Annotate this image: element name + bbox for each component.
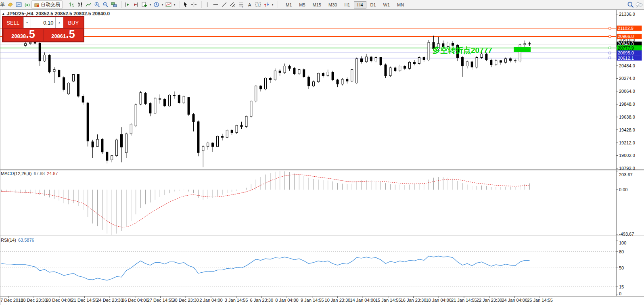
search-icon[interactable]: [626, 1, 635, 8]
candle: [298, 70, 300, 74]
timeframe-w1[interactable]: W1: [380, 1, 393, 8]
time-label: 24 Jan 04:00: [502, 298, 527, 303]
line-handle[interactable]: [609, 52, 611, 54]
line-handle[interactable]: [609, 47, 611, 49]
candle: [245, 116, 247, 127]
arrows-dropdown-caret[interactable]: ▾: [271, 3, 274, 6]
volume-increase-button[interactable]: ▴: [56, 17, 63, 28]
candle: [58, 70, 60, 77]
new-order-button-partial[interactable]: 单: [0, 1, 6, 8]
candle: [399, 66, 401, 71]
timeframe-h1[interactable]: H1: [341, 1, 353, 8]
candle: [68, 83, 70, 94]
timeframe-m1[interactable]: M1: [282, 1, 295, 8]
timeframe-mn[interactable]: MN: [394, 1, 407, 8]
sell-price-button[interactable]: 20838 .5: [4, 29, 43, 41]
candle: [188, 98, 190, 115]
axis-tick-label: 20064.0: [619, 89, 635, 94]
axis-tick-label: 20274.0: [619, 76, 635, 81]
candlestick-type-icon[interactable]: [76, 1, 84, 8]
candle: [428, 42, 430, 60]
sell-button[interactable]: SELL: [3, 17, 23, 28]
axis-tick-label: 20484.0: [619, 63, 635, 68]
time-label: 21 Jan 14:55: [451, 298, 477, 303]
period-dropdown-caret[interactable]: ▾: [161, 3, 164, 6]
candle: [255, 86, 257, 101]
volume-input[interactable]: [31, 17, 56, 28]
candle: [82, 96, 84, 102]
period-clock-icon[interactable]: [152, 1, 161, 8]
candle: [73, 75, 75, 81]
new-order-dropdown-caret[interactable]: ▾: [148, 3, 152, 6]
line-handle[interactable]: [609, 57, 611, 59]
candle: [385, 65, 387, 76]
indicators-icon[interactable]: [164, 1, 173, 8]
line-chart-type-icon[interactable]: [84, 1, 93, 8]
candle: [197, 122, 199, 153]
toolbar-separator: [177, 1, 180, 8]
line-handle[interactable]: [609, 27, 611, 29]
candle: [202, 146, 204, 151]
zoom-in-icon[interactable]: [93, 1, 101, 8]
buy-button[interactable]: BUY: [63, 17, 84, 28]
signals-icon[interactable]: [23, 1, 31, 8]
axis-tick-label: 50: [619, 265, 624, 270]
zoom-out-icon[interactable]: [101, 1, 110, 8]
fibonacci-icon[interactable]: F: [237, 1, 245, 8]
auto-scroll-icon[interactable]: [132, 1, 140, 8]
timeframe-h4[interactable]: H4: [354, 1, 366, 8]
chart-title: ▴ JPN225-,H4 20852.5 20852.5 20802.5 208…: [2, 11, 110, 17]
volume-decrease-button[interactable]: ▾: [23, 17, 31, 28]
candle: [346, 79, 348, 81]
arrows-icon[interactable]: [262, 1, 271, 8]
axis-tick-label: -493.67: [619, 232, 634, 236]
text-label-icon[interactable]: T: [254, 1, 262, 8]
candle: [495, 61, 497, 65]
price-tag-label: 20612.1: [618, 56, 634, 61]
candle: [322, 73, 324, 76]
timeframe-m15[interactable]: M15: [309, 1, 324, 8]
candle: [279, 71, 281, 73]
new-order-icon[interactable]: [140, 1, 148, 8]
buy-price-button[interactable]: 20861 .5: [44, 29, 83, 41]
candle: [48, 55, 50, 72]
candle: [154, 98, 156, 113]
candle: [250, 101, 252, 117]
crosshair-icon[interactable]: [190, 1, 198, 8]
autotrading-button[interactable]: 自动交易: [31, 0, 63, 9]
candle: [389, 68, 391, 76]
text-icon[interactable]: A: [245, 1, 254, 8]
candle: [130, 124, 132, 134]
candle: [490, 60, 492, 65]
vertical-line-icon[interactable]: [203, 1, 211, 8]
svg-text:F: F: [242, 6, 244, 8]
chart-surface[interactable]: 多空转折点2077721336.020910.020484.020274.020…: [0, 0, 644, 305]
timeframe-m30[interactable]: M30: [325, 1, 340, 8]
tile-windows-icon[interactable]: [110, 1, 118, 8]
time-label: 30 Dec 23:30: [172, 298, 199, 303]
axis-tick-label: 203.67: [619, 172, 633, 177]
candle: [332, 72, 334, 80]
time-label: 24 Dec 23:30: [96, 298, 123, 303]
chart-shift-icon[interactable]: [123, 1, 132, 8]
candle: [274, 71, 276, 80]
timeframe-m5[interactable]: M5: [296, 1, 308, 8]
candle: [341, 79, 343, 84]
bar-chart-type-icon[interactable]: [67, 1, 76, 8]
candle: [236, 125, 238, 133]
candle: [149, 104, 151, 113]
trendline-icon[interactable]: [220, 1, 228, 8]
time-label: 3 Jan 14:55: [225, 298, 248, 303]
chat-icon[interactable]: [635, 1, 643, 8]
charts-window-icon[interactable]: [15, 1, 23, 8]
equidistant-channel-icon[interactable]: E: [228, 1, 237, 8]
line-handle[interactable]: [609, 36, 611, 38]
horizontal-line-icon[interactable]: [211, 1, 220, 8]
cursor-icon[interactable]: [181, 1, 190, 8]
indicators-dropdown-caret[interactable]: ▾: [173, 3, 176, 6]
candle: [361, 59, 363, 62]
chart-background: [0, 10, 644, 305]
axis-tick-label: 19002.0: [619, 153, 635, 158]
gold-icon[interactable]: [6, 1, 15, 8]
timeframe-d1[interactable]: D1: [367, 1, 379, 8]
